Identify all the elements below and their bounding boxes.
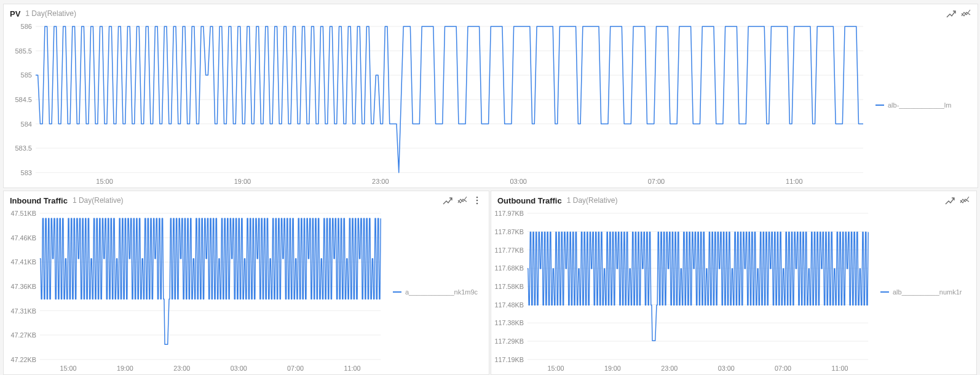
panel-inbound: Inbound Traffic 1 Day(Relative) 47.2 (3, 191, 489, 375)
chart-outbound[interactable]: 117.19KB117.29KB117.38KB117.48KB117.58KB… (491, 210, 874, 374)
svg-text:585.5: 585.5 (15, 47, 31, 55)
panel-pv: PV 1 Day(Relative) 583583.5584584.558558… (3, 4, 978, 188)
svg-text:03:00: 03:00 (510, 178, 526, 185)
more-icon[interactable] (472, 195, 483, 206)
svg-text:117.48KB: 117.48KB (495, 301, 524, 308)
svg-text:585: 585 (21, 71, 32, 79)
svg-text:19:00: 19:00 (604, 365, 621, 372)
svg-text:47.36KB: 47.36KB (11, 283, 36, 290)
legend-swatch-icon (393, 291, 401, 293)
svg-text:584: 584 (21, 120, 32, 127)
svg-text:117.77KB: 117.77KB (495, 246, 524, 253)
panel-title: Inbound Traffic (10, 196, 68, 205)
legend-label: alb-____________lm (888, 101, 951, 109)
svg-text:117.29KB: 117.29KB (495, 338, 524, 345)
panel-outbound: Outbound Traffic 1 Day(Relative) 117.19K… (491, 191, 977, 375)
panel-header: PV 1 Day(Relative) (4, 4, 978, 23)
chart-type-icon[interactable] (960, 8, 971, 19)
svg-text:11:00: 11:00 (786, 178, 802, 185)
svg-text:47.27KB: 47.27KB (11, 331, 36, 339)
svg-text:07:00: 07:00 (648, 178, 665, 185)
legend-swatch-icon (875, 105, 884, 106)
svg-point-20 (476, 197, 478, 199)
drilldown-icon[interactable] (946, 8, 957, 19)
svg-text:47.31KB: 47.31KB (11, 307, 36, 314)
svg-text:23:00: 23:00 (173, 365, 190, 372)
svg-text:47.51KB: 47.51KB (11, 210, 36, 217)
chart-pv[interactable]: 583583.5584584.5585585.558615:0019:0023:… (4, 23, 869, 188)
svg-text:07:00: 07:00 (287, 365, 304, 372)
chart-type-icon[interactable] (959, 195, 970, 206)
svg-text:586: 586 (21, 23, 32, 30)
chart-inbound[interactable]: 47.22KB47.27KB47.31KB47.36KB47.41KB47.46… (4, 210, 387, 374)
legend[interactable]: alb__________numk1r (874, 210, 976, 374)
svg-point-22 (476, 203, 478, 205)
panel-title: Outbound Traffic (497, 196, 562, 205)
svg-text:23:00: 23:00 (661, 365, 678, 372)
svg-text:584.5: 584.5 (15, 96, 31, 103)
svg-text:03:00: 03:00 (231, 365, 247, 372)
svg-text:15:00: 15:00 (548, 365, 564, 372)
svg-text:47.22KB: 47.22KB (11, 356, 36, 363)
legend-label: alb__________numk1r (893, 288, 962, 296)
svg-text:117.68KB: 117.68KB (495, 264, 524, 272)
svg-text:15:00: 15:00 (60, 365, 77, 372)
svg-text:117.97KB: 117.97KB (495, 210, 524, 217)
svg-text:117.19KB: 117.19KB (495, 356, 524, 363)
panel-subtitle: 1 Day(Relative) (25, 9, 76, 18)
svg-text:583: 583 (21, 169, 32, 176)
svg-text:15:00: 15:00 (96, 178, 113, 185)
svg-text:23:00: 23:00 (372, 178, 389, 185)
svg-point-21 (476, 200, 478, 202)
legend[interactable]: a____________nk1m9c (387, 210, 489, 374)
panel-header: Inbound Traffic 1 Day(Relative) (4, 191, 489, 210)
svg-text:47.46KB: 47.46KB (11, 234, 36, 242)
legend[interactable]: alb-____________lm (869, 23, 978, 188)
drilldown-icon[interactable] (944, 195, 955, 206)
svg-text:47.41KB: 47.41KB (11, 258, 36, 266)
svg-text:19:00: 19:00 (234, 178, 251, 185)
panel-subtitle: 1 Day(Relative) (73, 196, 124, 205)
legend-label: a____________nk1m9c (405, 288, 478, 296)
panel-header: Outbound Traffic 1 Day(Relative) (491, 191, 976, 210)
svg-text:19:00: 19:00 (117, 365, 133, 372)
chart-type-icon[interactable] (457, 195, 468, 206)
panel-subtitle: 1 Day(Relative) (567, 196, 618, 205)
svg-text:07:00: 07:00 (775, 365, 791, 372)
svg-text:11:00: 11:00 (832, 365, 848, 372)
svg-text:583.5: 583.5 (15, 144, 31, 152)
svg-text:11:00: 11:00 (344, 365, 361, 372)
svg-text:117.87KB: 117.87KB (495, 228, 524, 235)
svg-text:117.58KB: 117.58KB (495, 283, 524, 290)
drilldown-icon[interactable] (442, 195, 453, 206)
svg-text:03:00: 03:00 (718, 365, 735, 372)
legend-swatch-icon (880, 291, 889, 293)
panel-title: PV (10, 9, 20, 18)
svg-text:117.38KB: 117.38KB (495, 319, 524, 326)
